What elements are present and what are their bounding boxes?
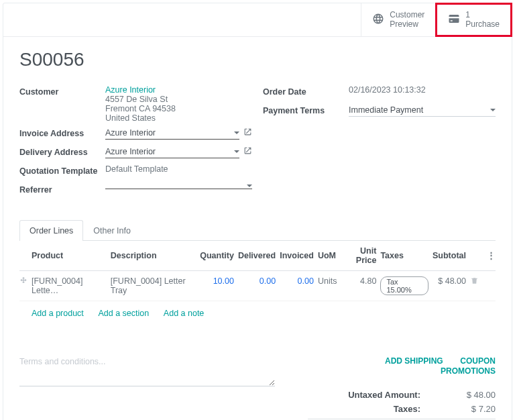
add-shipping-button[interactable]: ADD SHIPPING — [385, 356, 443, 366]
external-link-icon[interactable] — [243, 146, 252, 157]
referrer-label: Referrer — [19, 183, 105, 195]
quotation-template-value: Default Template — [105, 164, 252, 174]
promotions-button[interactable]: PROMOTIONS — [441, 366, 496, 376]
col-product: Product — [32, 241, 111, 271]
line-delivered[interactable]: 0.00 — [260, 276, 276, 286]
delete-line-button[interactable] — [470, 270, 483, 301]
untaxed-value: $ 48.00 — [435, 390, 496, 400]
chevron-down-icon — [234, 132, 239, 134]
table-row[interactable]: [FURN_0004] Lette… [FURN_0004] Letter Tr… — [19, 270, 496, 301]
chevron-down-icon — [247, 185, 252, 187]
preview-title: Customer — [390, 10, 424, 19]
customer-preview-button[interactable]: Customer Preview — [361, 3, 435, 36]
line-quantity[interactable]: 10.00 — [213, 276, 234, 286]
taxes-label: Taxes: — [394, 404, 420, 414]
add-product-link[interactable]: Add a product — [32, 309, 84, 318]
add-section-link[interactable]: Add a section — [98, 309, 149, 318]
chevron-down-icon — [234, 150, 239, 153]
purchase-label: Purchase — [465, 19, 500, 29]
col-quantity: Quantity — [200, 241, 238, 271]
delivery-address-select[interactable]: Azure Interior — [105, 146, 239, 158]
purchase-count-button[interactable]: 1 Purchase — [435, 3, 512, 37]
line-description[interactable]: [FURN_0004] Letter Tray — [111, 270, 200, 301]
col-description: Description — [111, 241, 200, 271]
delivery-address-label: Delivery Address — [19, 146, 105, 157]
purchase-count: 1 — [465, 10, 500, 19]
untaxed-label: Untaxed Amount: — [348, 390, 420, 400]
payment-terms-select[interactable]: Immediate Payment — [349, 104, 496, 117]
invoice-address-select[interactable]: Azure Interior — [105, 127, 239, 140]
terms-input[interactable] — [19, 356, 275, 386]
line-subtotal: $ 48.00 — [433, 270, 470, 301]
globe-icon — [372, 13, 384, 27]
line-product[interactable]: [FURN_0004] Lette… — [32, 270, 111, 301]
sales-order-form: Customer Preview 1 Purchase S00056 Custo… — [3, 3, 512, 420]
order-date-label: Order Date — [263, 85, 349, 97]
customer-link[interactable]: Azure Interior — [105, 85, 252, 95]
line-uom[interactable]: Units — [318, 270, 341, 301]
order-name: S00056 — [19, 49, 496, 70]
order-date-value: 02/16/2023 10:13:32 — [349, 85, 496, 95]
col-taxes: Taxes — [380, 241, 433, 271]
col-delivered: Delivered — [238, 241, 280, 271]
line-tax-pill[interactable]: Tax 15.00% — [380, 276, 428, 295]
tab-other-info[interactable]: Other Info — [83, 220, 141, 241]
drag-handle-icon[interactable] — [19, 270, 32, 301]
customer-label: Customer — [19, 85, 105, 97]
chevron-down-icon — [490, 109, 496, 111]
invoice-address-label: Invoice Address — [19, 127, 105, 138]
add-note-link[interactable]: Add a note — [164, 309, 204, 318]
coupon-button[interactable]: COUPON — [460, 356, 496, 366]
preview-sub: Preview — [390, 19, 424, 29]
customer-city: Fremont CA 94538 — [105, 104, 252, 113]
col-uom: UoM — [318, 241, 341, 271]
order-lines-table: Product Description Quantity Delivered I… — [19, 241, 496, 301]
tab-order-lines[interactable]: Order Lines — [19, 220, 83, 241]
col-subtotal: Subtotal — [433, 241, 470, 271]
referrer-select[interactable] — [105, 183, 252, 189]
col-invoiced: Invoiced — [280, 241, 318, 271]
external-link-icon[interactable] — [243, 127, 252, 138]
col-unit-price: Unit Price — [341, 241, 380, 271]
columns-menu-button[interactable]: ⋮ — [483, 241, 496, 271]
customer-country: United States — [105, 113, 252, 123]
tabs: Order Lines Other Info — [19, 219, 496, 241]
payment-terms-label: Payment Terms — [263, 104, 349, 115]
taxes-value: $ 7.20 — [435, 404, 496, 414]
credit-card-icon — [448, 13, 460, 27]
quotation-template-label: Quotation Template — [19, 164, 105, 176]
customer-street: 4557 De Silva St — [105, 95, 252, 104]
line-unit-price[interactable]: 4.80 — [341, 270, 380, 301]
stat-buttons: Customer Preview 1 Purchase — [3, 3, 512, 37]
line-invoiced[interactable]: 0.00 — [298, 276, 314, 286]
